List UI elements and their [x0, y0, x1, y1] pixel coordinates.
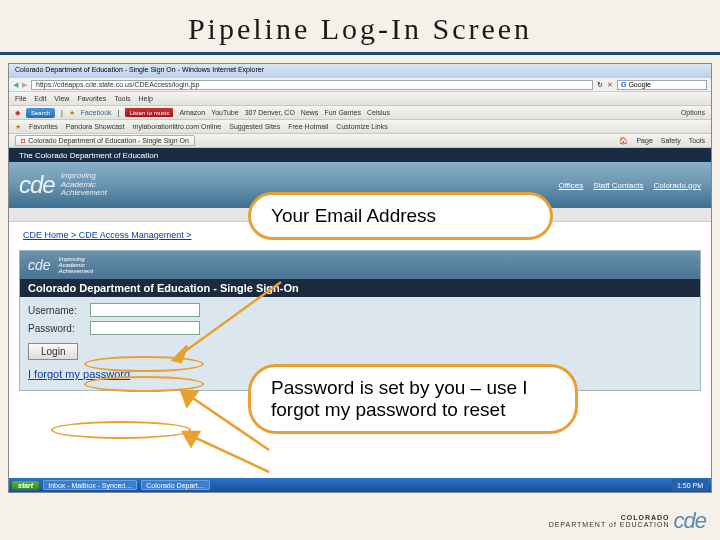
url-field[interactable]: https://cdeapps.cde.state.co.us/CDEAcces… — [31, 80, 593, 90]
login-mini-tag: Improving Academic Achievement — [59, 256, 94, 274]
svg-line-0 — [173, 282, 281, 360]
ie-menubar: File Edit View Favorites Tools Help — [9, 92, 711, 106]
tab-title: Colorado Department of Education - Singl… — [28, 137, 189, 144]
search-provider-label: Google — [628, 81, 651, 88]
ie-toolbar: ◆ Search | ★ Facebook | Listen to music … — [9, 106, 711, 120]
slide-footer-logo: COLORADO DEPARTMENT of EDUCATION cde — [549, 508, 706, 534]
cde-header-links: Offices Staff Contacts Colorado.gov — [559, 181, 701, 190]
ie-tabs-row: ◘ Colorado Department of Education - Sin… — [9, 134, 711, 148]
search-provider-box[interactable]: G Google — [617, 80, 707, 90]
slide-title: Pipeline Log-In Screen — [0, 0, 720, 55]
fav-pandora[interactable]: Pandora Showcast — [66, 123, 125, 130]
start-button[interactable]: start — [12, 481, 39, 490]
login-mini-logo: cde — [28, 257, 51, 273]
toolbar-news[interactable]: News — [301, 109, 319, 116]
browser-tab[interactable]: ◘ Colorado Department of Education - Sin… — [15, 135, 195, 146]
toolbar-amazon[interactable]: Amazon — [179, 109, 205, 116]
login-panel-header: cde Improving Academic Achievement — [20, 251, 700, 279]
favorites-star-icon[interactable]: ★ — [15, 123, 21, 131]
nav-back-icon[interactable]: ◀ — [13, 81, 18, 89]
footer-dept: DEPARTMENT of EDUCATION — [549, 521, 670, 528]
arrow-to-username — [159, 274, 289, 369]
link-staff-contacts[interactable]: Staff Contacts — [593, 181, 643, 190]
stop-icon[interactable]: ✕ — [607, 81, 613, 89]
toolbar-weather[interactable]: 307 Denver, CO — [245, 109, 295, 116]
fav-item[interactable]: mylaborationlitro.com Online — [133, 123, 222, 130]
cde-wordmark: cde — [19, 171, 55, 199]
svg-marker-1 — [173, 346, 187, 362]
menu-favorites[interactable]: Favorites — [77, 95, 106, 102]
menu-help[interactable]: Help — [139, 95, 153, 102]
toolbar-celsius[interactable]: Celsius — [367, 109, 390, 116]
toolbar-facebook[interactable]: Facebook — [81, 109, 112, 116]
footer-cde-wordmark: cde — [674, 508, 706, 534]
callout-email: Your Email Address — [248, 192, 553, 240]
menu-edit[interactable]: Edit — [34, 95, 46, 102]
nav-fwd-icon[interactable]: ▶ — [22, 81, 27, 89]
menu-view[interactable]: View — [54, 95, 69, 102]
fav-customize[interactable]: Customize Links — [336, 123, 387, 130]
tray-clock: 1:50 PM — [677, 482, 703, 489]
callout-password: Password is set by you – use I forgot my… — [248, 364, 578, 434]
fav-hotmail[interactable]: Free Hotmail — [288, 123, 328, 130]
refresh-icon[interactable]: ↻ — [597, 81, 603, 89]
windows-taskbar: start Inbox - Mailbox - Synced… Colorado… — [9, 478, 711, 492]
toolbar-search-button[interactable]: Search — [26, 108, 55, 118]
username-label: Username: — [28, 305, 84, 316]
tab-right-page[interactable]: Page — [636, 137, 652, 144]
tab-right-safety[interactable]: Safety — [661, 137, 681, 144]
ie-address-bar: ◀ ▶ https://cdeapps.cde.state.co.us/CDEA… — [9, 78, 711, 92]
tab-right-tools[interactable]: Tools — [689, 137, 705, 144]
toolbar-bookmark-icon[interactable]: ★ — [69, 109, 75, 117]
link-colorado-gov[interactable]: Colorado.gov — [653, 181, 701, 190]
cde-topbar: The Colorado Department of Education — [9, 148, 711, 162]
system-tray[interactable]: 1:50 PM — [672, 479, 708, 491]
footer-colorado: COLORADO — [549, 514, 670, 521]
toolbar-sep: | — [118, 109, 120, 116]
taskbar-app-inbox[interactable]: Inbox - Mailbox - Synced… — [43, 480, 137, 490]
toolbar-sep: | — [61, 109, 63, 116]
tab-home-icon[interactable]: 🏠 — [619, 137, 628, 145]
google-icon: G — [621, 81, 626, 88]
link-offices[interactable]: Offices — [559, 181, 584, 190]
password-label: Password: — [28, 323, 84, 334]
menu-tools[interactable]: Tools — [114, 95, 130, 102]
login-panel-title: Colorado Department of Education - Singl… — [20, 279, 700, 297]
login-button[interactable]: Login — [28, 343, 78, 360]
cde-tagline: Improving Academic Achievement — [61, 172, 107, 198]
toolbar-listen-button[interactable]: Listen to music — [125, 108, 173, 117]
fav-suggested[interactable]: Suggested Sites — [229, 123, 280, 130]
ie-favorites-bar: ★ Favorites Pandora Showcast mylaboratio… — [9, 120, 711, 134]
toolbar-youtube[interactable]: YouTube — [211, 109, 239, 116]
ie-titlebar: Colorado Department of Education - Singl… — [9, 64, 711, 78]
cde-logo: cde Improving Academic Achievement — [19, 171, 107, 199]
tab-favicon-icon: ◘ — [21, 137, 25, 144]
favorites-label[interactable]: Favorites — [29, 123, 58, 130]
menu-file[interactable]: File — [15, 95, 26, 102]
toolbar-games[interactable]: Fun Games — [324, 109, 361, 116]
toolbar-icon[interactable]: ◆ — [15, 109, 20, 117]
toolbar-options[interactable]: Options — [681, 109, 705, 116]
